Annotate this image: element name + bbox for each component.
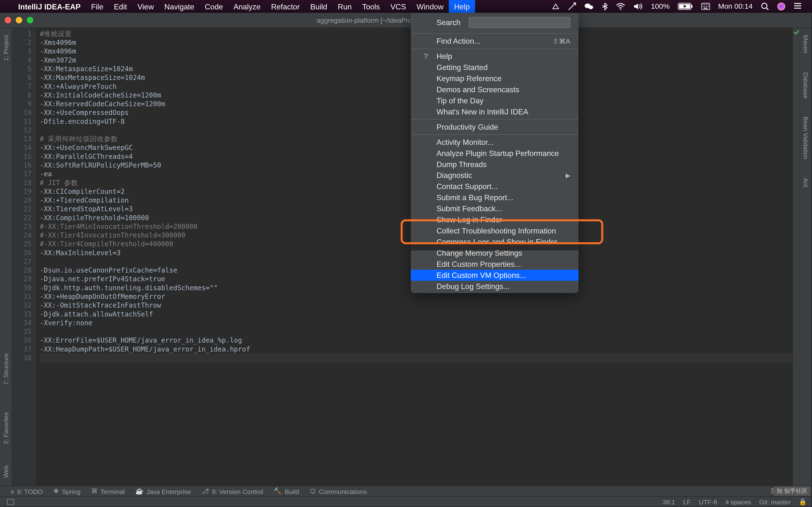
tool-terminal[interactable]: ⌘ Terminal bbox=[91, 488, 125, 495]
help-item[interactable]: Contact Support... bbox=[411, 181, 578, 192]
help-item[interactable]: Getting Started bbox=[411, 62, 578, 73]
zhihu-icon: 知 bbox=[777, 487, 782, 495]
status-lock-icon[interactable]: 🔒 bbox=[799, 498, 807, 506]
mac-menubar: IntelliJ IDEA-EAP File Edit View Navigat… bbox=[0, 0, 812, 13]
help-item[interactable]: Productivity Guide bbox=[411, 121, 578, 132]
menu-code[interactable]: Code bbox=[200, 0, 229, 13]
status-keyboard-icon[interactable] bbox=[697, 0, 714, 13]
status-encoding[interactable]: UTF-8 bbox=[699, 498, 717, 505]
menu-analyze[interactable]: Analyze bbox=[229, 0, 266, 13]
tool-ant[interactable]: Ant bbox=[801, 174, 811, 192]
help-item[interactable]: Demos and Screencasts bbox=[411, 84, 578, 95]
menu-file[interactable]: File bbox=[86, 0, 108, 13]
tool-favorites[interactable]: 2: Favorites bbox=[1, 407, 11, 449]
menu-edit[interactable]: Edit bbox=[108, 0, 132, 13]
svg-point-13 bbox=[706, 6, 707, 7]
status-bar: 38:1 LF UTF-8 4 spaces Git: master 🔒 bbox=[0, 496, 812, 507]
status-indent[interactable]: 4 spaces bbox=[725, 498, 751, 505]
menu-view[interactable]: View bbox=[132, 0, 159, 13]
editor-gutter: 1234567891011121314151617181920212223242… bbox=[12, 28, 36, 486]
menu-run[interactable]: Run bbox=[333, 0, 357, 13]
status-clock[interactable]: Mon 00:14 bbox=[714, 0, 757, 13]
editor[interactable]: 1234567891011121314151617181920212223242… bbox=[12, 28, 800, 486]
tool-spring[interactable]: ❖ Spring bbox=[53, 488, 81, 495]
svg-point-2 bbox=[620, 9, 621, 10]
help-menu-dropdown: Search Find Action... ⇧⌘A ?HelpGetting S… bbox=[411, 13, 578, 293]
tool-maven[interactable]: Maven bbox=[801, 31, 811, 58]
toolwindow-toggle-icon[interactable] bbox=[7, 499, 14, 505]
help-item[interactable]: What's New in IntelliJ IDEA bbox=[411, 106, 578, 117]
svg-point-8 bbox=[704, 4, 705, 5]
menu-window[interactable]: Window bbox=[411, 0, 449, 13]
help-item[interactable]: Keymap Reference bbox=[411, 73, 578, 84]
help-question-icon: ? bbox=[424, 52, 428, 61]
right-tool-strip: Maven Database Bean Validation Ant bbox=[800, 28, 812, 486]
help-item[interactable]: Show Log in Finder bbox=[411, 214, 578, 225]
menu-vcs[interactable]: VCS bbox=[385, 0, 411, 13]
status-volume-icon[interactable] bbox=[629, 0, 647, 13]
status-tray-icon[interactable] bbox=[548, 0, 564, 13]
window-title: aggregation-platform [~/IdeaProjects/kan… bbox=[0, 17, 812, 24]
help-item[interactable]: Dump Threads bbox=[411, 159, 578, 170]
help-search-label: Search bbox=[437, 18, 461, 27]
submenu-arrow-icon: ▶ bbox=[566, 172, 570, 179]
bottom-tool-strip: ≡ 6: TODO ❖ Spring ⌘ Terminal ☕ Java Ent… bbox=[0, 486, 812, 496]
svg-point-9 bbox=[706, 4, 707, 5]
todo-icon: ≡ bbox=[11, 488, 14, 495]
menu-help[interactable]: Help bbox=[449, 0, 475, 13]
tool-vcs[interactable]: ⎇ 9: Version Control bbox=[202, 488, 263, 495]
editor-error-stripe[interactable] bbox=[793, 28, 800, 486]
status-caret-pos[interactable]: 38:1 bbox=[662, 498, 675, 505]
status-battery-icon[interactable] bbox=[674, 0, 697, 13]
status-send-icon[interactable] bbox=[564, 0, 580, 13]
help-item[interactable]: Edit Custom Properties... bbox=[411, 259, 578, 270]
tool-database[interactable]: Database bbox=[801, 67, 811, 103]
tool-web[interactable]: Web bbox=[1, 460, 11, 482]
spring-icon: ❖ bbox=[53, 488, 59, 495]
java-enterprise-icon: ☕ bbox=[135, 488, 144, 495]
left-tool-strip: 1: Project 7: Structure 2: Favorites Web bbox=[0, 28, 12, 486]
status-notifications-icon[interactable] bbox=[790, 0, 806, 13]
tool-beanvalidation[interactable]: Bean Validation bbox=[801, 112, 811, 164]
help-find-action[interactable]: Find Action... ⇧⌘A bbox=[411, 36, 578, 47]
status-wifi-icon[interactable] bbox=[612, 0, 629, 13]
menu-tools[interactable]: Tools bbox=[357, 0, 385, 13]
status-git-branch[interactable]: Git: master bbox=[759, 498, 791, 505]
traffic-minimize-icon[interactable] bbox=[16, 17, 22, 23]
status-eol[interactable]: LF bbox=[683, 498, 691, 505]
status-battery-pct[interactable]: 100% bbox=[647, 0, 674, 13]
menu-app[interactable]: IntelliJ IDEA-EAP bbox=[13, 0, 86, 13]
help-item[interactable]: Analyze Plugin Startup Performance bbox=[411, 148, 578, 159]
help-item[interactable]: Submit Feedback... bbox=[411, 203, 578, 214]
status-siri-icon[interactable] bbox=[773, 0, 790, 13]
help-item[interactable]: Tip of the Day bbox=[411, 95, 578, 106]
inspection-ok-icon bbox=[794, 29, 800, 35]
svg-point-12 bbox=[704, 6, 705, 7]
traffic-close-icon[interactable] bbox=[5, 17, 11, 23]
help-item[interactable]: Collect Troubleshooting Information bbox=[411, 225, 578, 236]
help-item[interactable]: Diagnostic▶ bbox=[411, 170, 578, 181]
svg-point-18 bbox=[778, 3, 785, 10]
status-bluetooth-icon[interactable] bbox=[598, 0, 612, 13]
help-item[interactable]: Debug Log Settings... bbox=[411, 281, 578, 292]
help-search-input[interactable] bbox=[469, 17, 570, 28]
status-wechat-icon[interactable] bbox=[580, 0, 598, 13]
help-item[interactable]: Submit a Bug Report... bbox=[411, 192, 578, 203]
svg-point-1 bbox=[589, 5, 593, 9]
tool-communications[interactable]: 🗨 Communications bbox=[310, 488, 367, 495]
menu-navigate[interactable]: Navigate bbox=[159, 0, 200, 13]
svg-point-11 bbox=[703, 6, 704, 7]
tool-structure[interactable]: 7: Structure bbox=[1, 349, 11, 390]
tool-javaenterprise[interactable]: ☕ Java Enterprise bbox=[135, 488, 191, 495]
help-item[interactable]: Edit Custom VM Options... bbox=[411, 270, 578, 281]
tool-project[interactable]: 1: Project bbox=[1, 31, 11, 66]
help-item[interactable]: ?Help bbox=[411, 51, 578, 62]
tool-build[interactable]: 🔨 Build bbox=[273, 488, 299, 495]
help-item[interactable]: Activity Monitor... bbox=[411, 137, 578, 148]
traffic-zoom-icon[interactable] bbox=[27, 17, 33, 23]
menu-refactor[interactable]: Refactor bbox=[266, 0, 305, 13]
apple-menu-icon[interactable] bbox=[6, 0, 13, 13]
menu-build[interactable]: Build bbox=[305, 0, 332, 13]
status-spotlight-icon[interactable] bbox=[757, 0, 773, 13]
tool-todo[interactable]: ≡ 6: TODO bbox=[11, 488, 43, 495]
